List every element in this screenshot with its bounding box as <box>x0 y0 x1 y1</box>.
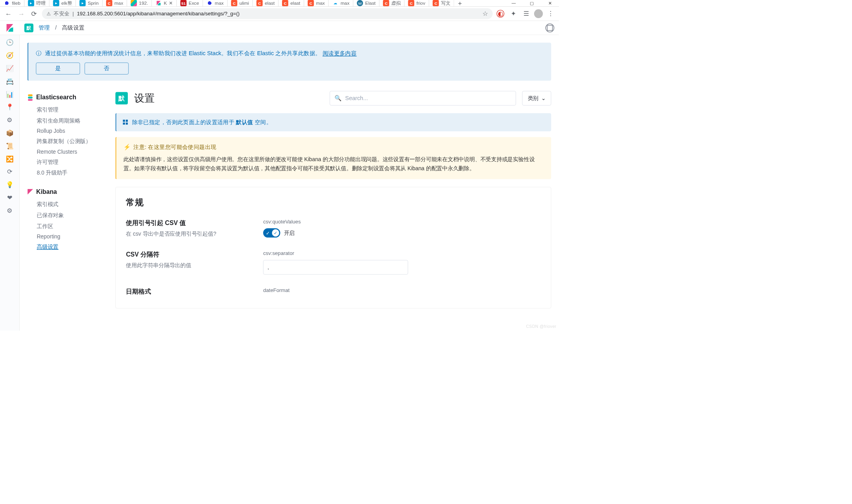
management-nav-link[interactable]: 高级设置 <box>28 242 105 253</box>
favicon <box>155 0 162 6</box>
favicon: 51 <box>180 0 187 6</box>
telemetry-no-button[interactable]: 否 <box>85 63 129 74</box>
settings-search-input[interactable]: 🔍 Search... <box>330 91 516 106</box>
browser-tabstrip: fileb▸哔哩▸elk整▸SprinCmax192.K✕51ExcemaxCu… <box>0 0 559 7</box>
rail-item[interactable]: 🔀 <box>4 154 15 164</box>
rail-item[interactable]: 📇 <box>4 76 15 86</box>
management-nav-link[interactable]: Reporting <box>28 232 105 242</box>
address-bar[interactable]: ⚠ 不安全 | 192.168.85.200:5601/app/kibana#/… <box>42 8 493 19</box>
browser-tab[interactable]: 192. <box>127 0 152 6</box>
setting-row-dateformat: 日期格式 dateFormat <box>126 288 540 299</box>
chevron-down-icon: ⌄ <box>541 95 546 101</box>
management-nav-link[interactable]: 工作区 <box>28 221 105 232</box>
nav-group-kibana: Kibana <box>28 188 105 195</box>
browser-tab[interactable]: C写文 <box>429 0 454 6</box>
browser-tab[interactable]: Culimi <box>228 0 253 6</box>
rail-item[interactable]: ⚙ <box>4 115 15 125</box>
browser-tab[interactable]: Celast <box>278 0 304 6</box>
browser-tab[interactable]: fileb <box>0 0 24 6</box>
csv-quote-toggle[interactable]: 开启 <box>263 228 540 238</box>
rail-item[interactable]: 🧭 <box>4 50 15 61</box>
bookmark-icon[interactable]: ☆ <box>482 10 488 17</box>
rail-item[interactable]: 📍 <box>4 102 15 112</box>
management-nav-link[interactable]: 跨集群复制（公测版） <box>28 136 105 147</box>
browser-tab[interactable]: Cfriov <box>405 0 429 6</box>
extensions-puzzle-icon[interactable]: ✦ <box>508 9 518 19</box>
elasticsearch-icon <box>28 94 33 100</box>
category-filter-button[interactable]: 类别 ⌄ <box>522 91 551 106</box>
rail-item[interactable]: ⟳ <box>4 167 15 177</box>
management-nav-link[interactable]: 索引生命周期策略 <box>28 115 105 126</box>
rail-item[interactable]: ⚙ <box>4 205 15 216</box>
extension-icon[interactable]: ◐ <box>495 9 506 19</box>
csv-separator-input[interactable] <box>263 260 408 275</box>
setting-row-csv-quote: 使用引号引起 CSV 值 在 csv 导出中是否应使用引号引起值? csv:qu… <box>126 219 540 238</box>
setting-title: 使用引号引起 CSV 值 <box>126 219 247 227</box>
management-nav-link[interactable]: Remote Clusters <box>28 147 105 157</box>
management-nav-link[interactable]: Rollup Jobs <box>28 126 105 136</box>
favicon: ☁ <box>332 0 338 6</box>
rail-item[interactable]: 💡 <box>4 180 15 190</box>
management-nav-link[interactable]: 8.0 升级助手 <box>28 167 105 179</box>
window-maximize[interactable]: ▢ <box>523 0 541 6</box>
watermark: CSDN @friover <box>526 324 557 329</box>
browser-menu-icon[interactable]: ⋮ <box>546 9 556 19</box>
rail-item[interactable]: 📦 <box>4 128 15 138</box>
breadcrumb-link[interactable]: 管理 <box>39 24 50 32</box>
browser-tab[interactable]: ☁max <box>329 0 353 6</box>
kibana-left-rail: 🕒🧭📈📇📊📍⚙📦📜🔀⟳💡❤⚙ <box>0 21 20 331</box>
setting-desc: 使用此字符串分隔导出的值 <box>126 262 247 269</box>
reading-list-icon[interactable]: ☰ <box>521 9 531 19</box>
browser-tab[interactable]: Celast <box>253 0 278 6</box>
favicon: ▸ <box>53 0 60 6</box>
browser-tab[interactable]: ▸Sprin <box>76 0 103 6</box>
close-tab-icon[interactable]: ✕ <box>169 0 173 6</box>
management-nav-link[interactable]: 索引管理 <box>28 104 105 115</box>
setting-title: CSV 分隔符 <box>126 251 247 259</box>
telemetry-text: 通过提供基本功能的使用情况统计信息，来帮助我们改进 Elastic Stack。… <box>45 50 321 56</box>
browser-tab[interactable]: Cmax <box>304 0 329 6</box>
favicon: C <box>256 0 263 6</box>
browser-tab[interactable]: Cmax <box>103 0 127 6</box>
breadcrumb-sep: / <box>55 24 57 31</box>
telemetry-link[interactable]: 阅读更多内容 <box>323 50 357 56</box>
browser-tab[interactable]: max <box>203 0 227 6</box>
settings-space-badge: 默 <box>116 92 128 104</box>
profile-avatar-icon[interactable] <box>534 9 543 18</box>
url-text: 192.168.85.200:5601/app/kibana#/manageme… <box>77 11 240 17</box>
setting-title: 日期格式 <box>126 288 247 296</box>
browser-tab[interactable]: K✕ <box>152 0 177 6</box>
rail-item[interactable]: 📈 <box>4 63 15 74</box>
browser-tab[interactable]: C虚拟 <box>379 0 405 6</box>
telemetry-callout: ⓘ 通过提供基本功能的使用情况统计信息，来帮助我们改进 Elastic Stac… <box>28 43 551 81</box>
browser-tab[interactable]: ▸哔哩 <box>24 0 50 6</box>
management-nav-link[interactable]: 已保存对象 <box>28 210 105 221</box>
browser-tab[interactable]: ▸elk整 <box>49 0 76 6</box>
bolt-icon: ⚡ <box>123 144 131 150</box>
reload-button[interactable]: ⟳ <box>29 9 39 19</box>
browser-tab[interactable]: 51Exce <box>177 0 203 6</box>
rail-item[interactable]: 🕒 <box>4 37 15 48</box>
kibana-logo[interactable] <box>0 21 20 35</box>
window-minimize[interactable]: — <box>504 0 523 6</box>
header-action-icon[interactable] <box>546 23 554 32</box>
rail-item[interactable]: ❤ <box>4 193 15 203</box>
window-close[interactable]: ✕ <box>541 0 559 6</box>
back-button[interactable]: ← <box>3 9 13 19</box>
management-nav-link[interactable]: 索引模式 <box>28 199 105 210</box>
favicon: ▸ <box>28 0 34 6</box>
new-tab-button[interactable]: + <box>454 0 466 6</box>
favicon <box>4 0 10 6</box>
rail-item[interactable]: 📜 <box>4 141 15 151</box>
telemetry-yes-button[interactable]: 是 <box>36 63 80 74</box>
management-nav-link[interactable]: 许可管理 <box>28 157 105 168</box>
spaces-icon <box>123 120 128 125</box>
setting-desc: 在 csv 导出中是否应使用引号引起值? <box>126 230 247 237</box>
section-title: 常规 <box>126 197 540 208</box>
rail-item[interactable]: 📊 <box>4 89 15 99</box>
browser-tab[interactable]: WElast <box>353 0 379 6</box>
favicon: C <box>383 0 389 6</box>
forward-button: → <box>16 9 26 19</box>
setting-key: dateFormat <box>263 288 540 294</box>
space-badge[interactable]: 默 <box>24 23 34 32</box>
